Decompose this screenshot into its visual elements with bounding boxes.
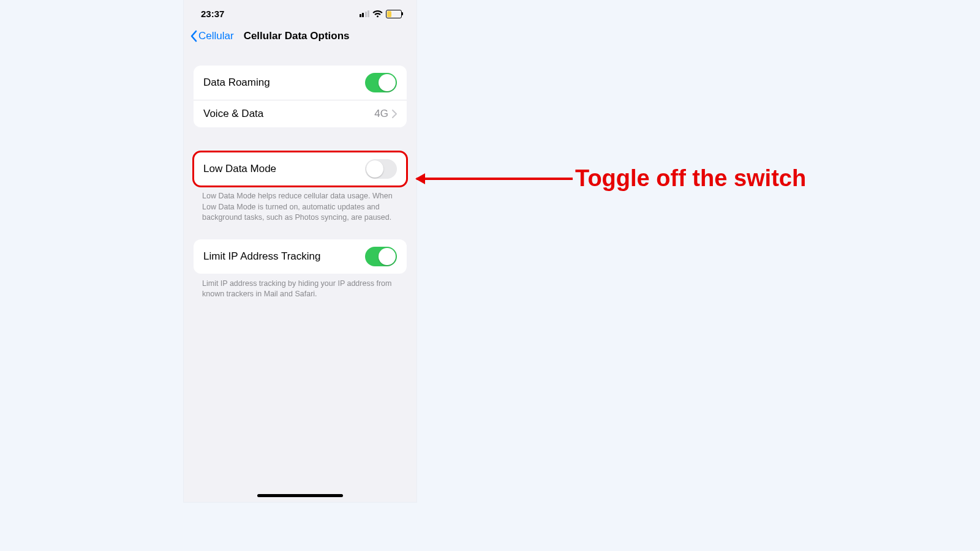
low-data-mode-toggle[interactable] <box>365 159 397 179</box>
row-label: Voice & Data <box>203 108 263 120</box>
status-bar: 23:37 <box>184 0 417 23</box>
chevron-right-icon <box>392 110 397 118</box>
group-limit-ip: Limit IP Address Tracking <box>194 239 407 274</box>
row-label: Data Roaming <box>203 77 270 89</box>
annotation: Toggle off the switch <box>417 165 968 192</box>
row-label: Low Data Mode <box>203 163 276 175</box>
page-title: Cellular Data Options <box>244 30 350 42</box>
phone-screen: 23:37 Cellular Cellular Data Options Dat… <box>184 0 417 502</box>
row-low-data-mode[interactable]: Low Data Mode <box>194 152 407 186</box>
home-indicator[interactable] <box>257 494 343 497</box>
battery-icon <box>386 10 402 18</box>
back-button[interactable]: Cellular <box>190 30 234 42</box>
row-voice-data[interactable]: Voice & Data 4G <box>194 100 407 127</box>
group-network: Data Roaming Voice & Data 4G <box>194 66 407 127</box>
annotation-text: Toggle off the switch <box>575 165 806 192</box>
chevron-left-icon <box>190 30 197 42</box>
back-label: Cellular <box>198 30 234 42</box>
row-label: Limit IP Address Tracking <box>203 250 321 263</box>
wifi-icon <box>372 10 383 18</box>
row-limit-ip[interactable]: Limit IP Address Tracking <box>194 239 407 274</box>
status-indicators <box>360 10 402 18</box>
row-data-roaming[interactable]: Data Roaming <box>194 66 407 100</box>
nav-header: Cellular Cellular Data Options <box>184 23 417 51</box>
low-data-footer: Low Data Mode helps reduce cellular data… <box>184 186 417 223</box>
annotation-arrow-icon <box>417 178 573 180</box>
voice-data-value: 4G <box>374 108 388 120</box>
data-roaming-toggle[interactable] <box>365 73 397 92</box>
group-low-data-mode: Low Data Mode <box>194 152 407 186</box>
status-time: 23:37 <box>201 9 224 19</box>
limit-ip-toggle[interactable] <box>365 247 397 266</box>
limit-ip-footer: Limit IP address tracking by hiding your… <box>184 274 417 300</box>
cellular-signal-icon <box>360 10 370 17</box>
